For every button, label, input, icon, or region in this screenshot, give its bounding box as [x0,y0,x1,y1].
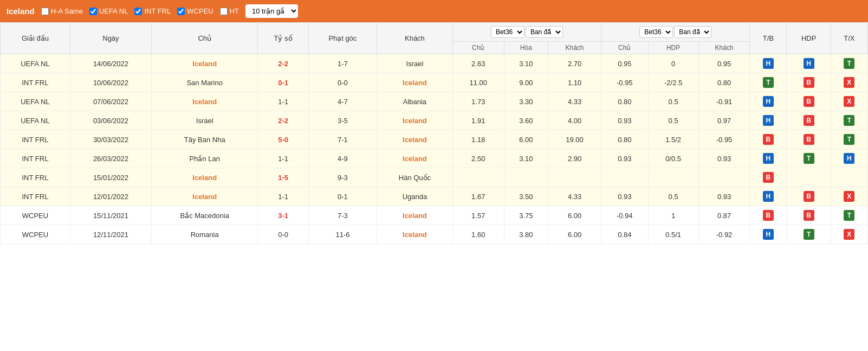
ban-dau-select-2[interactable]: Ban đầ [674,26,711,38]
checkbox-wcpeu[interactable] [177,8,185,15]
col-tx: T/X [831,23,867,54]
subhead-chu-1: Chủ [452,42,504,54]
score: 3-1 [278,212,288,220]
corner-score: 7-1 [338,136,348,144]
badge-h: H [804,58,814,69]
col-hdp: HDP [787,23,831,54]
bd-hdp: 0.5 [669,193,678,201]
away-team: Uganda [403,193,427,201]
bet36-hoa: 3.30 [519,98,533,106]
checkbox-ht[interactable] [220,8,228,15]
bet36-hoa: 3.60 [519,117,533,125]
league-label: INT FRL [22,174,48,182]
bd-khach: 0.93 [717,155,731,163]
badge-h: H [763,115,774,126]
away-team[interactable]: Iceland [403,212,427,220]
score: 1-5 [278,174,288,182]
col-bet36-2[interactable]: Bet36 Ban đầ [601,23,750,42]
bet36-hoa: 9.00 [519,79,533,87]
away-team[interactable]: Iceland [403,79,427,87]
date-label: 15/01/2022 [93,174,128,182]
bet36-chu: 1.73 [471,98,485,106]
badge-t: T [804,229,814,240]
home-team[interactable]: Iceland [192,60,217,68]
badge-b: B [804,191,814,202]
score: 2-2 [278,117,288,125]
checkbox-uefa-nl[interactable] [89,8,97,15]
col-league: Giải đấu [1,23,70,54]
col-away: Khách [377,23,453,54]
away-team[interactable]: Iceland [403,155,427,163]
badge-t: T [763,77,774,88]
league-label: INT FRL [22,136,48,144]
ban-dau-select-1[interactable]: Ban đầ [526,26,563,38]
bet36-hoa: 6.00 [519,136,533,144]
bd-khach: 0.80 [717,79,731,87]
subhead-chu-2: Chủ [601,42,648,54]
bet36-khach: 2.70 [568,60,581,68]
home-team: Tây Ban Nha [184,136,225,144]
bet36-khach: 1.10 [568,79,581,87]
filter-uefa-nl[interactable]: UEFA NL [89,7,128,15]
home-team: Phần Lan [189,155,219,163]
bd-hdp: -2/2.5 [664,79,682,87]
bet36-chu: 2.50 [471,155,485,163]
bd-hdp: 0.5 [669,117,678,125]
match-count-dropdown[interactable]: 10 trận gầ 20 trận gầ 5 trận gầ [245,4,298,18]
away-team[interactable]: Iceland [403,231,427,239]
home-team[interactable]: Iceland [192,174,217,182]
away-team[interactable]: Iceland [403,117,427,125]
date-label: 12/11/2021 [93,231,128,239]
checkbox-int-frl[interactable] [134,8,142,15]
away-team: Hàn Quốc [399,174,431,182]
corner-score: 7-3 [338,212,348,220]
table-wrapper: Giải đấu Ngày Chủ Tỷ số Phạt góc Khách B… [0,22,868,244]
col-bet36-1[interactable]: Bet36 Ban đầ [452,23,601,42]
away-team[interactable]: Iceland [403,136,427,144]
bet36-chu: 1.67 [471,193,485,201]
table-row: UEFA NL 07/06/2022 Iceland 1-1 4-7 Alban… [1,92,868,111]
bet36-select-2[interactable]: Bet36 [639,26,673,38]
badge-h: H [763,229,774,240]
score: 1-1 [278,155,288,163]
table-row: INT FRL 26/03/2022 Phần Lan 1-1 4-9 Icel… [1,149,868,168]
bd-khach: -0.95 [716,136,733,144]
badge-b: B [763,172,774,183]
home-team[interactable]: Iceland [192,98,217,106]
top-bar: Iceland H-A Same UEFA NL INT FRL WCPEU H… [0,0,868,22]
corner-score: 0-1 [338,193,348,201]
score: 2-2 [278,60,288,68]
bd-chu: 0.80 [618,98,631,106]
filter-ht[interactable]: HT [220,7,239,15]
bet36-khach: 6.00 [568,212,581,220]
checkbox-ha-same[interactable] [41,8,49,15]
badge-t: T [844,210,854,221]
filter-wcpeu[interactable]: WCPEU [177,7,213,15]
badge-b: B [804,77,814,88]
bd-chu: 0.80 [618,136,631,144]
league-label: UEFA NL [21,60,49,68]
matches-table: Giải đấu Ngày Chủ Tỷ số Phạt góc Khách B… [0,22,868,244]
badge-t: T [804,153,814,164]
badge-h: H [844,153,854,164]
subhead-khach-1: Khách [548,42,601,54]
bd-hdp: 0 [671,60,675,68]
filter-ha-same[interactable]: H-A Same [41,7,83,15]
col-corner: Phạt góc [308,23,377,54]
badge-b: B [804,96,814,107]
bet36-chu: 1.60 [471,231,485,239]
badge-x: X [844,77,854,88]
bet36-select-1[interactable]: Bet36 [491,26,524,38]
home-team[interactable]: Iceland [192,193,217,201]
badge-b: B [804,115,814,126]
corner-score: 3-5 [338,117,348,125]
bet36-hoa: 3.10 [519,155,533,163]
bet36-khach: 19.00 [566,136,584,144]
bet36-khach: 4.33 [568,98,581,106]
col-tb: T/B [750,23,787,54]
filter-int-frl[interactable]: INT FRL [134,7,171,15]
badge-x: X [844,191,854,202]
date-label: 12/01/2022 [93,193,128,201]
table-row: WCPEU 15/11/2021 Bắc Macedonia 3-1 7-3 I… [1,206,868,225]
bd-chu: 0.93 [618,193,631,201]
